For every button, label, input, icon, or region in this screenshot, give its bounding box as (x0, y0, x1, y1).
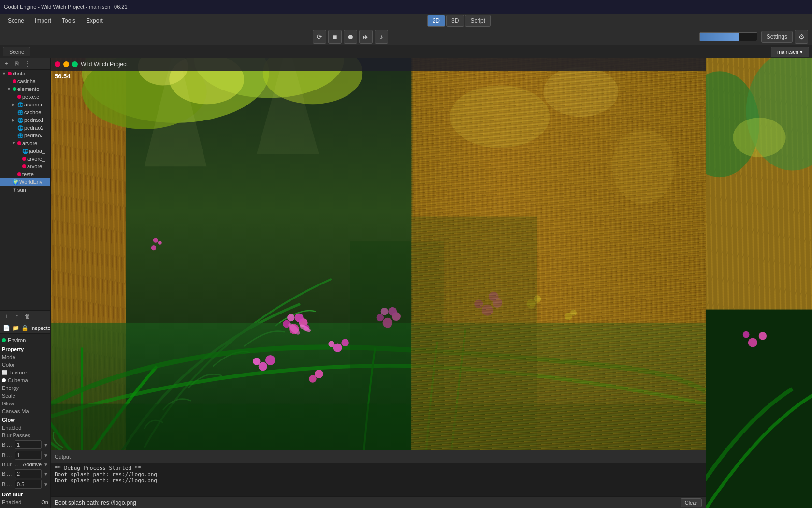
prop-arrow[interactable]: ▼ (44, 453, 48, 458)
clear-button[interactable]: Clear (681, 498, 702, 507)
menu-export[interactable]: Export (81, 16, 108, 26)
prop-arrow[interactable]: ▼ (44, 462, 48, 467)
inspector-panel: 📄 📁 🔒 Inspector Environ Property Mode (0, 322, 50, 508)
add-child-button[interactable]: + (2, 312, 11, 321)
more-options-button[interactable]: ⚙ (795, 30, 808, 44)
node-name: arvore_ (27, 164, 45, 169)
scene-tree-item-jaoba[interactable]: 🌐 jaoba_ (0, 147, 50, 155)
inspector-lock[interactable]: 🔒 (21, 324, 29, 332)
add-node-button[interactable]: + (2, 60, 11, 68)
instance-button[interactable]: ⎘ (13, 60, 21, 68)
scene-panel-footer: + ↑ 🗑 (0, 310, 50, 322)
node-name: teste (22, 171, 34, 177)
section-label: Dof Blur (2, 492, 23, 497)
svg-point-44 (253, 358, 260, 365)
viewport-area[interactable]: Wild Witch Project 56.54 (51, 58, 706, 450)
prop-scale: Scale (0, 392, 50, 400)
dof-enabled-value: On (41, 499, 48, 505)
scene-tree-item-pedrao3[interactable]: 🌐 pedrao3 (0, 132, 50, 139)
node-name: sun (17, 187, 26, 193)
prop-dof-enabled: Enabled On (0, 498, 50, 506)
fps-counter: 56.54 (55, 73, 71, 80)
delete-node-button[interactable]: 🗑 (23, 312, 32, 321)
scene-tree-item-peixe[interactable]: peixe.c (0, 93, 50, 101)
expand-arrow: ▼ (7, 87, 12, 91)
scene-tree-item-elemento[interactable]: ▼ elemento (0, 85, 50, 93)
node-name: arvore_ (22, 140, 40, 146)
prop-label: Canvas Ma (2, 408, 48, 414)
blur-scale-input[interactable] (15, 440, 42, 449)
svg-point-28 (328, 341, 334, 347)
inspector-header: 📄 📁 🔒 Inspector (0, 322, 50, 334)
menu-scene[interactable]: Scene (3, 16, 29, 26)
node-name: pedrao3 (24, 133, 44, 138)
scene-tree-item-arvore3[interactable]: arvore_ (0, 163, 50, 170)
scene-tree-item-arvore-r[interactable]: ▶ 🌐 arvore.r (0, 101, 50, 108)
bark-overlay (411, 58, 706, 450)
title-text: Godot Engine - Wild Witch Project - main… (4, 4, 110, 10)
right-viewport-panel (706, 58, 812, 508)
scene-tree-item-arvore2[interactable]: arvore_ (0, 155, 50, 163)
scene-tree-item-teste[interactable]: teste (0, 170, 50, 178)
scene-tree-item-casinha[interactable]: casinha (0, 77, 50, 85)
node-dot (22, 164, 26, 168)
expand-arrow: ▼ (2, 71, 7, 76)
expand-arrow: ▶ (12, 118, 16, 122)
center-area: Wild Witch Project 56.54 Output ** Debug… (51, 58, 706, 508)
mode-3d-button[interactable]: 3D (446, 15, 464, 27)
prop-arrow[interactable]: ▼ (44, 482, 48, 487)
inspector-history-folder[interactable]: 📁 (12, 324, 19, 332)
prop-arrow[interactable]: ▼ (44, 442, 48, 448)
blur-strength-input[interactable] (15, 451, 42, 460)
output-label: Output (55, 454, 71, 460)
move-up-button[interactable]: ↑ (13, 312, 21, 321)
stop-button[interactable]: ■ (328, 30, 342, 44)
prop-label: Color (2, 362, 48, 368)
mode-script-button[interactable]: Script (465, 15, 491, 27)
prop-label: Enabled (2, 499, 40, 505)
mode-2d-button[interactable]: 2D (427, 15, 445, 27)
scene-tree-item-ilhota[interactable]: ▼ ilhota (0, 70, 50, 77)
prop-bloom[interactable]: Bloom ▼ (0, 468, 50, 479)
menu-import[interactable]: Import (30, 16, 56, 26)
scene-tree-item-sun[interactable]: ✳ sun (0, 186, 50, 194)
record-button[interactable]: ⏺ (344, 30, 357, 44)
inspector-history-back[interactable]: 📄 (3, 324, 10, 332)
node-name: elemento (17, 86, 39, 92)
main-scn-tab[interactable]: main.scn ▾ (771, 47, 809, 57)
node-name: pedrao1 (24, 117, 44, 123)
prop-label: Bloom (2, 471, 14, 477)
inspector-section-glow: Glow (0, 415, 50, 424)
node-name: arvore.r (24, 102, 43, 107)
node-dot (13, 87, 16, 91)
scene-tabbar: Scene main.scn ▾ (0, 45, 812, 58)
viewport-background (51, 58, 706, 450)
scene-tree-item-cachoe[interactable]: 🌐 cachoe (0, 108, 50, 116)
audio-button[interactable]: ♪ (375, 30, 388, 44)
expand-arrow: ▼ (12, 141, 16, 146)
scene-tree-item-pedrao1[interactable]: ▶ 🌐 pedrao1 (0, 116, 50, 124)
prop-label: Glow (2, 401, 48, 406)
scene-options-button[interactable]: ⋮ (23, 60, 32, 68)
svg-point-66 (733, 118, 785, 157)
scene-tree-item-pedrao2[interactable]: 🌐 pedrao2 (0, 124, 50, 132)
prop-blur-blend-mode[interactable]: Blur Blend Mode Additive ▼ (0, 461, 50, 468)
bloom-threshold-input[interactable] (15, 480, 42, 489)
viewport-title-text: Wild Witch Project (81, 61, 128, 68)
playback-controls: ⟳ ■ ⏺ ⏭ ♪ (236, 30, 466, 44)
scene-tree-item-arvore-b[interactable]: ▼ arvore_ (0, 139, 50, 147)
scene-tree-item-worldenv[interactable]: 🌍 WorldEnv (0, 178, 50, 186)
node-dot (2, 338, 6, 342)
svg-point-21 (295, 314, 304, 322)
prop-blur-strength[interactable]: Blur Strength ▼ (0, 450, 50, 461)
settings-button[interactable]: Settings (761, 31, 793, 43)
step-button[interactable]: ⏭ (359, 30, 373, 44)
prop-blur-scale[interactable]: Blur Scale ▼ (0, 439, 50, 450)
prop-bloom-threshold[interactable]: Bloom Threshold ▼ (0, 479, 50, 490)
prop-arrow[interactable]: ▼ (44, 471, 48, 477)
scene-tab[interactable]: Scene (3, 47, 30, 56)
play-button[interactable]: ⟳ (313, 30, 326, 44)
bloom-input[interactable] (15, 469, 42, 478)
vp-dot-yellow (63, 61, 69, 67)
menu-tools[interactable]: Tools (57, 16, 80, 26)
